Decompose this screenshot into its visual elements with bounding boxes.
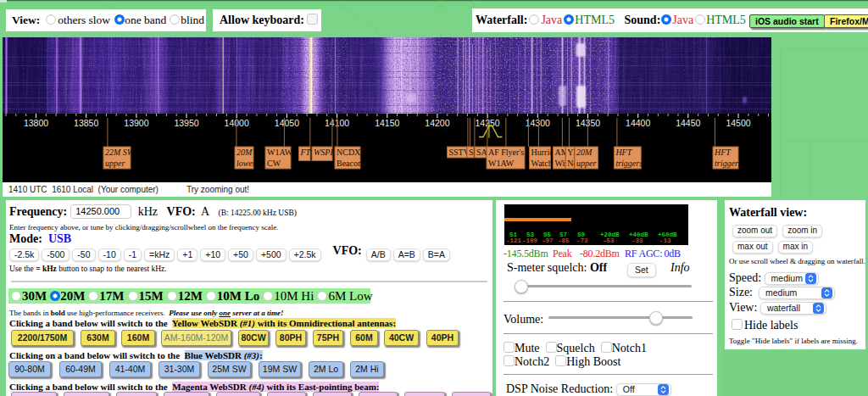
svg-text:triggers: triggers — [715, 159, 742, 168]
svg-text:upper: upper — [576, 159, 596, 168]
svg-text:14450: 14450 — [676, 118, 700, 128]
svg-text:lower: lower — [236, 159, 256, 168]
svg-text:FT: FT — [300, 148, 312, 157]
svg-text:13800: 13800 — [24, 118, 48, 128]
svg-text:W1AW: W1AW — [488, 159, 515, 168]
svg-text:13900: 13900 — [124, 118, 148, 128]
svg-text:HFT: HFT — [714, 148, 732, 157]
svg-text:20M: 20M — [236, 148, 253, 157]
svg-text:HFT: HFT — [615, 148, 632, 157]
svg-text:22M SW: 22M SW — [105, 148, 136, 157]
svg-text:CW: CW — [267, 159, 281, 168]
svg-text:14500: 14500 — [726, 118, 750, 128]
svg-text:Beacons: Beacons — [337, 159, 365, 168]
svg-text:triggers: triggers — [615, 159, 643, 168]
svg-text:13850: 13850 — [74, 118, 98, 128]
svg-text:AF Flyer's C: AF Flyer's C — [488, 148, 532, 157]
svg-text:14300: 14300 — [526, 118, 550, 128]
svg-text:W1AW: W1AW — [267, 148, 293, 157]
svg-text:20M: 20M — [576, 148, 593, 157]
svg-text:14200: 14200 — [425, 118, 449, 128]
svg-text:14050: 14050 — [275, 118, 299, 128]
svg-text:upper: upper — [105, 159, 125, 168]
svg-text:13950: 13950 — [174, 118, 198, 128]
svg-text:WSPR: WSPR — [314, 148, 336, 157]
svg-text:NCDXF: NCDXF — [337, 148, 365, 157]
svg-text:14150: 14150 — [375, 118, 399, 128]
svg-text:14400: 14400 — [626, 118, 650, 128]
